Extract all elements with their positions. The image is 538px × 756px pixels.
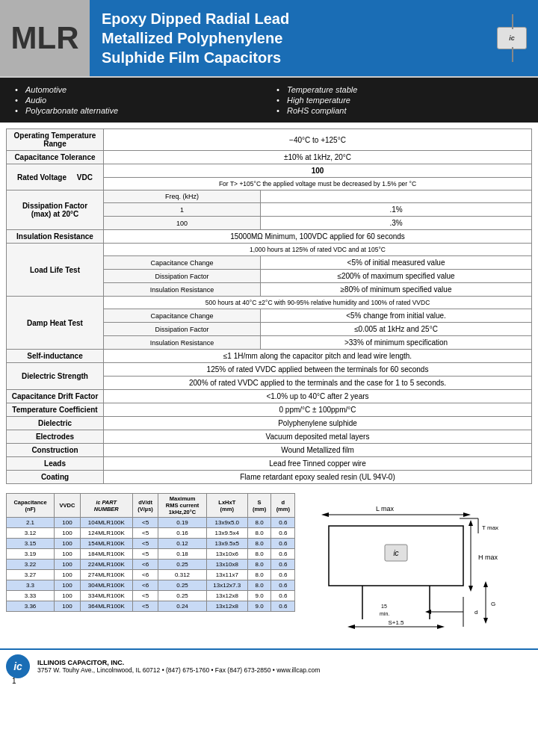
features-section: Automotive Audio Polycarbonate alternati… (0, 78, 538, 123)
part-cell-dim: 13x10x6 (206, 549, 247, 560)
table-row: Electrodes Vacuum deposited metal layers (7, 430, 532, 444)
col-dim: LxHxT(mm) (206, 494, 247, 518)
svg-text:T max: T max (482, 524, 498, 531)
part-cell-dim: 13x12x8 (206, 601, 247, 612)
table-row: Construction Wound Metallized film (7, 444, 532, 457)
footer-logo: ic (6, 654, 30, 678)
electrodes-label: Electrodes (7, 430, 104, 444)
dielectric-val: Polyphenylene sulphide (104, 417, 532, 430)
part-cell-rms: 0.312 (158, 570, 207, 580)
damp-df-label: Dissipation Factor (104, 323, 261, 336)
diel-str-val1: 125% of rated VVDC applied between the t… (104, 363, 532, 377)
load-cap-label: Capacitance Change (104, 256, 261, 270)
table-row: Capacitance Tolerance ±10% at 1kHz, 20°C (7, 151, 532, 164)
part-cell-part: 364MLR100K (80, 601, 132, 612)
part-cell-part: 224MLR100K (80, 560, 132, 570)
part-cell-vvdc: 100 (55, 518, 81, 528)
part-cell-rms: 0.24 (158, 601, 207, 612)
svg-marker-22 (425, 610, 431, 614)
part-cell-cap: 3.33 (7, 591, 55, 601)
feature-temp-stable: Temperature stable (276, 85, 523, 94)
part-cell-dim: 13x11x7 (206, 570, 247, 580)
table-row: Leads Lead free Tinned copper wire (7, 457, 532, 471)
part-cell-s: 8.0 (247, 539, 271, 549)
table-row: 3.19100184MLR100K<50.1813x10x68.00.6 (7, 549, 295, 560)
temp-coeff-val: 0 ppm/°C ± 100ppm/°C (104, 403, 532, 417)
part-cell-part: 304MLR100K (80, 580, 132, 591)
page-header: MLR Epoxy Dipped Radial Lead Metallized … (0, 0, 538, 78)
diagram-section: L max H max T max S+1.5 15 min. (311, 493, 532, 642)
footer-address: 3757 W. Touhy Ave., Lincolnwood, IL 6071… (37, 666, 320, 674)
part-cell-cap: 3.3 (7, 580, 55, 591)
self-ind-label: Self-inductance (7, 350, 104, 363)
cap-drift-val: <1.0% up to 40°C after 2 years (104, 390, 532, 403)
col-vvdc: VVDC (55, 494, 81, 518)
parts-section: Capacitance(nF) VVDC ic PARTNUMBER dV/dt… (0, 490, 538, 645)
part-cell-part: 184MLR100K (80, 549, 132, 560)
dissipation-label: Dissipation Factor(max) at 20°C (7, 190, 104, 230)
features-left: Automotive Audio Polycarbonate alternati… (15, 84, 262, 117)
part-cell-d: 0.6 (271, 539, 295, 549)
temp-coeff-label: Temperature Coefficient (7, 403, 104, 417)
dielectric-label: Dielectric (7, 417, 104, 430)
part-cell-cap: 3.15 (7, 539, 55, 549)
part-cell-vvdc: 100 (55, 549, 81, 560)
coating-label: Coating (7, 471, 104, 484)
damp-ir-val: >33% of minimum specification (261, 336, 532, 350)
construction-label: Construction (7, 444, 104, 457)
part-cell-d: 0.6 (271, 518, 295, 528)
svg-marker-28 (483, 618, 488, 624)
part-cell-d: 0.6 (271, 570, 295, 580)
part-cell-cap: 3.22 (7, 560, 55, 570)
part-cell-rms: 0.25 (158, 580, 207, 591)
part-cell-s: 8.0 (247, 528, 271, 539)
load-life-label: Load Life Test (7, 244, 104, 297)
load-ir-val: ≥80% of minimum specified value (261, 283, 532, 297)
table-row: Rated Voltage VDC 100 (7, 164, 532, 178)
col-cap: Capacitance(nF) (7, 494, 55, 518)
part-cell-cap: 3.36 (7, 601, 55, 612)
footer-ic-circle: ic (6, 654, 30, 678)
table-row: 3.22100224MLR100K<60.2513x10x88.00.6 (7, 560, 295, 570)
svg-text:H max: H max (478, 554, 498, 561)
footer-company-name: ILLINOIS CAPACITOR, INC. (37, 659, 320, 666)
rated-voltage-value: 100 (104, 164, 532, 178)
table-row: 3.36100364MLR100K<50.2413x12x89.00.6 (7, 601, 295, 612)
leads-label: Leads (7, 457, 104, 471)
spec-label: Operating Temperature Range (7, 129, 104, 151)
part-cell-rms: 0.25 (158, 591, 207, 601)
freq-header: Freq. (kHz) (104, 190, 261, 203)
part-cell-part: 124MLR100K (80, 528, 132, 539)
capacitor-diagram: L max H max T max S+1.5 15 min. (314, 496, 508, 638)
dissipation-100: .3% (261, 217, 532, 230)
part-cell-d: 0.6 (271, 591, 295, 601)
svg-text:G: G (491, 601, 495, 607)
page-number: 1 (6, 677, 538, 685)
table-row: Damp Heat Test 500 hours at 40°C ±2°C wi… (7, 297, 532, 309)
damp-ir-label: Insulation Resistance (104, 336, 261, 350)
damp-cap-label: Capacitance Change (104, 309, 261, 323)
table-row: Dielectric Strength 125% of rated VVDC a… (7, 363, 532, 377)
part-cell-dvdt: <5 (132, 539, 158, 549)
table-row: Temperature Coefficient 0 ppm/°C ± 100pp… (7, 403, 532, 417)
part-cell-cap: 2.1 (7, 518, 55, 528)
part-cell-dvdt: <5 (132, 601, 158, 612)
svg-text:d: d (474, 609, 477, 616)
part-cell-part: 104MLR100K (80, 518, 132, 528)
construction-val: Wound Metallized film (104, 444, 532, 457)
damp-heat-header: 500 hours at 40°C ±2°C with 90-95% relat… (104, 297, 532, 309)
feature-polycarbonate: Polycarbonate alternative (15, 106, 262, 115)
part-cell-dim: 13x12x8 (206, 591, 247, 601)
cap-drift-label: Capacitance Drift Factor (7, 390, 104, 403)
table-row: 3.3100304MLR100K<60.2513x12x7.38.00.6 (7, 580, 295, 591)
part-cell-dvdt: <6 (132, 570, 158, 580)
spec-label: Capacitance Tolerance (7, 151, 104, 164)
svg-marker-1 (321, 512, 329, 517)
part-cell-rms: 0.25 (158, 560, 207, 570)
part-cell-rms: 0.12 (158, 539, 207, 549)
col-part: ic PARTNUMBER (80, 494, 132, 518)
electrodes-val: Vacuum deposited metal layers (104, 430, 532, 444)
ic-chip-image: ic (497, 27, 527, 49)
diel-str-label: Dielectric Strength (7, 363, 104, 390)
part-cell-d: 0.6 (271, 528, 295, 539)
